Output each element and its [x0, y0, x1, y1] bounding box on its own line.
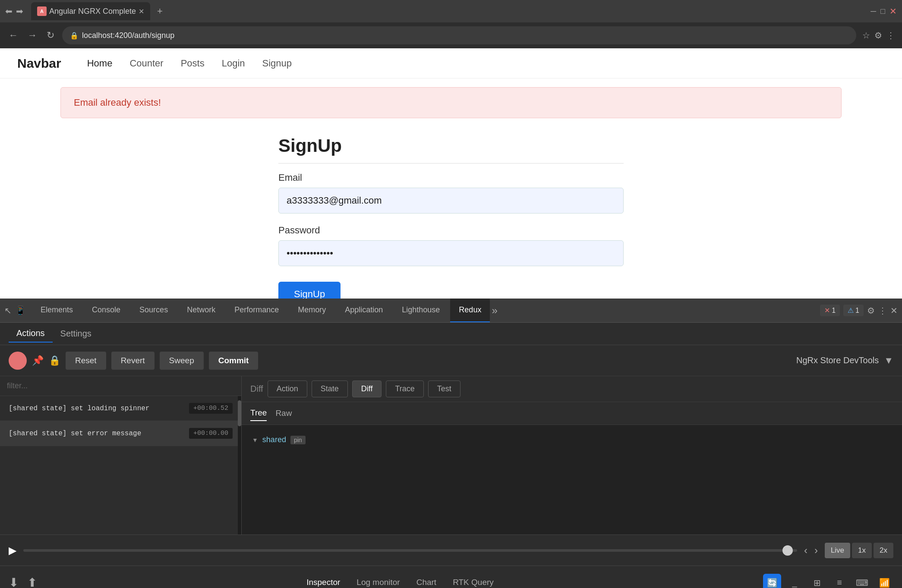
- redux-main: [shared state] set loading spinner +00:0…: [0, 376, 902, 535]
- nav-link-signup[interactable]: Signup: [262, 58, 292, 69]
- tab-bar: ⬅ ➡ A Angular NGRX Complete ✕ + ─ □ ✕: [0, 0, 902, 22]
- devtools: ↖ 📱 Elements Console Sources Network Per…: [0, 299, 902, 588]
- tab-sources[interactable]: Sources: [131, 299, 177, 322]
- speed-live[interactable]: Live: [825, 543, 850, 558]
- back-icon[interactable]: ⬅: [5, 6, 13, 16]
- email-label: Email: [278, 172, 624, 183]
- devtools-cursor-icon[interactable]: ↖: [4, 305, 12, 316]
- inspector-tab-diff[interactable]: Diff: [352, 380, 382, 397]
- tab-close-button[interactable]: ✕: [139, 7, 144, 16]
- url-bar[interactable]: 🔒 localhost:4200/auth/signup: [62, 26, 856, 44]
- prev-action-button[interactable]: ‹: [804, 544, 807, 557]
- toolbar-arrow-icon[interactable]: ▼: [884, 355, 893, 366]
- nav-link-home[interactable]: Home: [87, 58, 113, 69]
- browser-tab[interactable]: A Angular NGRX Complete ✕: [31, 2, 150, 20]
- devtools-tabs: ↖ 📱 Elements Console Sources Network Per…: [0, 299, 902, 323]
- reset-button[interactable]: Reset: [66, 352, 106, 370]
- redux-subtab-actions[interactable]: Actions: [9, 325, 53, 343]
- menu-icon[interactable]: ⋮: [886, 30, 895, 41]
- action-item-0[interactable]: [shared state] set loading spinner +00:0…: [0, 396, 241, 421]
- speed-2x[interactable]: 2x: [874, 543, 893, 558]
- url-text: localhost:4200/auth/signup: [82, 31, 174, 40]
- nav-link-posts[interactable]: Posts: [181, 58, 205, 69]
- inspector-tab-trace[interactable]: Trace: [386, 380, 423, 397]
- inspector-subtab-raw[interactable]: Raw: [275, 406, 292, 421]
- nav-back-button[interactable]: ←: [7, 28, 20, 43]
- new-tab-button[interactable]: +: [154, 4, 166, 19]
- tab-application[interactable]: Application: [336, 299, 391, 322]
- seek-thumb[interactable]: [782, 545, 793, 556]
- upload-icon[interactable]: ⬆: [27, 575, 37, 588]
- bottom-tab-chart[interactable]: Chart: [415, 574, 438, 588]
- nav-link-counter[interactable]: Counter: [129, 58, 163, 69]
- bottom-tab-rtkquery[interactable]: RTK Query: [451, 574, 495, 588]
- warning-count: 1: [855, 307, 859, 314]
- password-input[interactable]: [278, 240, 624, 266]
- tab-console[interactable]: Console: [83, 299, 129, 322]
- maximize-button[interactable]: □: [880, 7, 885, 16]
- browser-chrome: ⬅ ➡ A Angular NGRX Complete ✕ + ─ □ ✕ ← …: [0, 0, 902, 48]
- seek-bar[interactable]: [23, 549, 797, 552]
- error-count: 1: [832, 307, 836, 314]
- forward-icon[interactable]: ➡: [16, 6, 23, 16]
- devtools-close-icon[interactable]: ✕: [890, 305, 898, 316]
- next-action-button[interactable]: ›: [814, 544, 818, 557]
- grid-icon[interactable]: ⊞: [808, 574, 826, 588]
- list-icon[interactable]: ≡: [830, 574, 848, 588]
- lock-icon[interactable]: 🔒: [49, 355, 60, 366]
- refresh-icon[interactable]: 🔄: [763, 574, 781, 588]
- scroll-thumb[interactable]: [238, 400, 241, 426]
- tab-redux[interactable]: Redux: [450, 299, 490, 322]
- playback-speed: Live 1x 2x: [825, 543, 893, 558]
- signup-title: SignUp: [278, 135, 624, 164]
- reload-button[interactable]: ↻: [45, 28, 56, 43]
- tab-network[interactable]: Network: [178, 299, 224, 322]
- more-tabs-icon[interactable]: »: [492, 305, 497, 317]
- devtools-device-icon[interactable]: 📱: [15, 305, 26, 316]
- tab-elements[interactable]: Elements: [32, 299, 82, 322]
- inspector-tab-action[interactable]: Action: [268, 380, 307, 397]
- inspector-tab-state[interactable]: State: [312, 380, 348, 397]
- address-bar: ← → ↻ 🔒 localhost:4200/auth/signup ☆ ⚙ ⋮: [0, 22, 902, 48]
- bottom-icons: 🔄 _ ⊞ ≡ ⌨ 📶: [763, 574, 893, 588]
- password-group: Password: [278, 225, 624, 266]
- sweep-button[interactable]: Sweep: [160, 352, 204, 370]
- extension-icon[interactable]: ⚙: [874, 30, 882, 41]
- download-icon[interactable]: ⬇: [9, 575, 19, 588]
- terminal-icon[interactable]: _: [785, 574, 804, 588]
- action-item-1[interactable]: [shared state] set error message +00:00.…: [0, 421, 241, 446]
- email-input[interactable]: [278, 188, 624, 214]
- revert-button[interactable]: Revert: [111, 352, 155, 370]
- settings-icon[interactable]: ⚙: [867, 305, 875, 316]
- action-name: [shared state] set error message: [9, 430, 141, 437]
- close-button[interactable]: ✕: [889, 6, 897, 16]
- bottom-tab-inspector[interactable]: Inspector: [305, 574, 342, 588]
- record-button[interactable]: [9, 352, 27, 370]
- tab-lighthouse[interactable]: Lighthouse: [393, 299, 448, 322]
- state-pin-badge: pin: [290, 436, 306, 444]
- devtools-more-icon[interactable]: ⋮: [878, 305, 887, 316]
- signal-icon[interactable]: 📶: [875, 574, 893, 588]
- state-arrow-icon: ▼: [252, 437, 258, 443]
- bookmark-icon[interactable]: ☆: [862, 30, 870, 41]
- keyboard-icon[interactable]: ⌨: [853, 574, 871, 588]
- inspector-subtabs: Tree Raw: [242, 402, 902, 425]
- nav-forward-button[interactable]: →: [26, 28, 39, 43]
- minimize-button[interactable]: ─: [870, 7, 876, 16]
- speed-1x[interactable]: 1x: [852, 543, 872, 558]
- redux-subtab-settings[interactable]: Settings: [53, 325, 99, 342]
- inspector-tab-test[interactable]: Test: [428, 380, 460, 397]
- filter-input[interactable]: [7, 381, 234, 390]
- tab-performance[interactable]: Performance: [226, 299, 287, 322]
- pin-icon[interactable]: 📌: [32, 355, 44, 366]
- commit-button[interactable]: Commit: [209, 352, 259, 370]
- play-button[interactable]: ▶: [9, 544, 16, 557]
- bottom-tab-logmonitor[interactable]: Log monitor: [355, 574, 401, 588]
- warning-badge: ⚠ 1: [843, 305, 864, 316]
- state-inspector-panel: Diff Action State Diff Trace Test Tree R…: [242, 376, 902, 535]
- filter-bar: [0, 376, 241, 396]
- inspector-subtab-tree[interactable]: Tree: [250, 406, 267, 421]
- nav-link-login[interactable]: Login: [222, 58, 245, 69]
- tab-memory[interactable]: Memory: [289, 299, 334, 322]
- warning-icon: ⚠: [848, 306, 854, 314]
